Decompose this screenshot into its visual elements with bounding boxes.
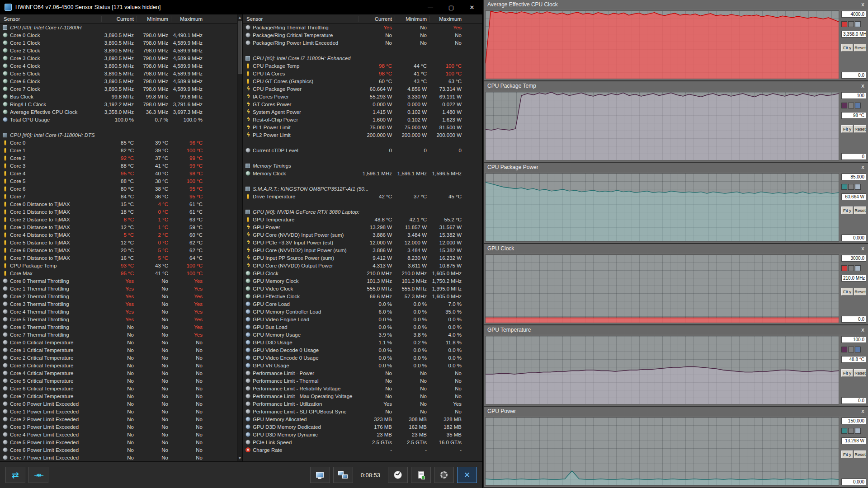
- swap-columns-button[interactable]: ⇄: [5, 467, 25, 483]
- sensor-row[interactable]: Core 588 °C38 °C100 °C: [0, 177, 237, 185]
- sensor-row[interactable]: GPU Core Load0.0 %0.0 %7.0 %: [243, 300, 482, 308]
- color-swatch[interactable]: [855, 103, 861, 108]
- sensor-row[interactable]: Package/Ring Thermal ThrottlingYesNoYes: [243, 23, 482, 31]
- header-current[interactable]: Current: [359, 16, 395, 22]
- sensor-row[interactable]: Core 5 Critical TemperatureNoNoNo: [0, 377, 237, 385]
- section-row[interactable]: GPU [#0]: NVIDIA GeForce RTX 3080 Laptop…: [243, 208, 482, 216]
- sensor-row[interactable]: GPU Memory Clock101.3 MHz101.3 MHz1,750.…: [243, 277, 482, 285]
- sensor-row[interactable]: GPU Clock210.0 MHz210.0 MHz1,605.0 MHz: [243, 269, 482, 277]
- fit-y-button[interactable]: Fit y: [841, 450, 853, 458]
- graph-titlebar[interactable]: CPU Package Tempx: [484, 81, 868, 90]
- remote-monitoring-button[interactable]: [333, 467, 353, 483]
- header-current[interactable]: Current: [101, 16, 137, 22]
- sensor-row[interactable]: Core 085 °C39 °C96 °C: [0, 139, 237, 146]
- graph-close-icon[interactable]: x: [861, 83, 864, 89]
- sensor-row[interactable]: Core 7 Clock3,890.5 MHz798.0 MHz4,589.9 …: [0, 85, 237, 93]
- sensor-row[interactable]: ϟGPU Power13.298 W11.857 W31.567 W: [243, 223, 482, 231]
- color-swatch[interactable]: [841, 184, 847, 190]
- color-swatch[interactable]: [848, 21, 854, 27]
- header-minimum[interactable]: Minimum: [137, 16, 171, 22]
- sensor-row[interactable]: Core 7 Power Limit ExceededNoNoNo: [0, 454, 237, 461]
- reset-button[interactable]: Reset: [854, 288, 866, 296]
- reset-button[interactable]: Reset: [854, 206, 866, 214]
- color-swatch[interactable]: [841, 265, 847, 271]
- graph-close-icon[interactable]: x: [861, 408, 864, 414]
- logging-start-button[interactable]: [388, 467, 408, 483]
- report-button[interactable]: [411, 467, 431, 483]
- header-maximum[interactable]: Maximum: [171, 16, 205, 22]
- reset-button[interactable]: Reset: [854, 369, 866, 377]
- sensor-row[interactable]: CPU Package Temp93 °C43 °C100 °C: [0, 262, 237, 269]
- sensor-row[interactable]: Core 292 °C37 °C99 °C: [0, 154, 237, 162]
- header-sensor[interactable]: Sensor: [0, 16, 101, 22]
- sensor-row[interactable]: Core 3 Power Limit ExceededNoNoNo: [0, 423, 237, 431]
- color-swatch[interactable]: [848, 103, 854, 108]
- sensor-row[interactable]: Drive Temperature42 °C37 °C45 °C: [243, 192, 482, 200]
- sensor-row[interactable]: GPU Video Encode 0 Usage0.0 %0.0 %0.0 %: [243, 354, 482, 361]
- color-swatch[interactable]: [848, 428, 854, 434]
- sensor-row[interactable]: Core 4 Power Limit ExceededNoNoNo: [0, 431, 237, 438]
- sensor-row[interactable]: Core 4 Clock3,890.5 MHz798.0 MHz4,589.9 …: [0, 62, 237, 70]
- color-swatch[interactable]: [841, 21, 847, 27]
- reset-button[interactable]: Reset: [854, 450, 866, 458]
- sensor-row[interactable]: Core 388 °C41 °C99 °C: [0, 162, 237, 169]
- header-minimum[interactable]: Minimum: [395, 16, 429, 22]
- sensor-row[interactable]: ϟGPU Input PP Source Power (sum)9.412 W8…: [243, 254, 482, 262]
- sensor-row[interactable]: Core 7 Critical TemperatureNoNoNo: [0, 392, 237, 400]
- sensor-row[interactable]: ϟGPU Core (NVVDD) Input Power (sum)3.886…: [243, 231, 482, 239]
- section-row[interactable]: Memory Timings: [243, 162, 482, 169]
- color-swatch[interactable]: [848, 347, 854, 352]
- sensor-row[interactable]: Core 680 °C38 °C95 °C: [0, 185, 237, 192]
- sensor-row[interactable]: Core 4 Thermal ThrottlingYesNoYes: [0, 308, 237, 315]
- sensor-row[interactable]: ϟIA Cores Power55.293 W3.330 W69.191 W: [243, 93, 482, 100]
- sensor-row[interactable]: Current cTDP Level000: [243, 146, 482, 154]
- sensor-row[interactable]: Core Max95 °C41 °C100 °C: [0, 269, 237, 277]
- fit-y-button[interactable]: Fit y: [841, 206, 853, 214]
- section-row[interactable]: CPU [#0]: Intel Core i7-11800H: Enhanced: [243, 54, 482, 62]
- graph-close-icon[interactable]: x: [861, 164, 864, 170]
- sensor-row[interactable]: Core 0 Distance to TjMAX15 °C4 °C61 °C: [0, 200, 237, 208]
- header-maximum[interactable]: Maximum: [429, 16, 464, 22]
- sensor-row[interactable]: Core 0 Power Limit ExceededNoNoNo: [0, 400, 237, 408]
- sensor-row[interactable]: Performance Limit - Reliability VoltageN…: [243, 385, 482, 392]
- sensor-row[interactable]: Core 7 Distance to TjMAX16 °C5 °C64 °C: [0, 254, 237, 262]
- fit-y-button[interactable]: Fit y: [841, 288, 853, 296]
- sensor-row[interactable]: Core 2 Clock3,890.5 MHz798.0 MHz4,589.9 …: [0, 47, 237, 54]
- sensor-row[interactable]: GPU Video Engine Load0.0 %0.0 %0.0 %: [243, 315, 482, 323]
- minimize-button[interactable]: —: [420, 0, 441, 14]
- sensor-row[interactable]: GPU Memory Allocated323 MB308 MB328 MB: [243, 415, 482, 423]
- sensor-row[interactable]: Core 5 Clock3,890.5 MHz798.0 MHz4,589.9 …: [0, 70, 237, 77]
- fit-y-button[interactable]: Fit y: [841, 369, 853, 377]
- scrollbar-thumb[interactable]: [238, 21, 242, 74]
- sensor-row[interactable]: Memory Clock1,596.1 MHz1,596.1 MHz1,596.…: [243, 169, 482, 177]
- color-swatch[interactable]: [855, 347, 861, 352]
- sensor-row[interactable]: ϟGPU Core (NVVDD2) Input Power (sum)3.88…: [243, 246, 482, 254]
- sensor-row[interactable]: Core 784 °C36 °C95 °C: [0, 192, 237, 200]
- reset-button[interactable]: Reset: [854, 44, 866, 52]
- graph-titlebar[interactable]: GPU Clockx: [484, 244, 868, 253]
- sensor-row[interactable]: ϟSystem Agent Power1.415 W0.102 W1.480 W: [243, 108, 482, 116]
- sensor-row[interactable]: Performance Limit - Max Operating Voltag…: [243, 392, 482, 400]
- sensor-row[interactable]: Core 5 Thermal ThrottlingYesNoYes: [0, 315, 237, 323]
- sensor-display-button[interactable]: [310, 467, 330, 483]
- color-swatch[interactable]: [855, 265, 861, 271]
- sensor-row[interactable]: Package/Ring Critical TemperatureNoNoNo: [243, 31, 482, 39]
- sensor-row[interactable]: ϟGT Cores Power0.000 W0.000 W0.022 W: [243, 100, 482, 108]
- color-swatch[interactable]: [848, 184, 854, 190]
- fit-y-button[interactable]: Fit y: [841, 125, 853, 133]
- maximize-button[interactable]: ▢: [441, 0, 462, 14]
- sensor-row[interactable]: GPU Temperature48.8 °C42.1 °C55.2 °C: [243, 216, 482, 223]
- sensor-row[interactable]: GPU D3D Memory Dynamic23 MB23 MB35 MB: [243, 431, 482, 438]
- graph-titlebar[interactable]: GPU Temperaturex: [484, 325, 868, 334]
- graph-titlebar[interactable]: GPU Powerx: [484, 407, 868, 416]
- sensor-row[interactable]: Core 1 Distance to TjMAX18 °C0 °C61 °C: [0, 208, 237, 216]
- sensor-row[interactable]: Core 3 Critical TemperatureNoNoNo: [0, 361, 237, 369]
- sensor-row[interactable]: Performance Limit - SLI GPUBoost SyncNoN…: [243, 408, 482, 415]
- sensor-row[interactable]: GPU Memory Usage3.9 %3.8 %4.0 %: [243, 331, 482, 338]
- sensor-row[interactable]: Core 4 Distance to TjMAX5 °C2 °C60 °C: [0, 231, 237, 239]
- sensor-row[interactable]: Core 0 Clock3,890.5 MHz798.0 MHz4,490.1 …: [0, 31, 237, 39]
- sensor-row[interactable]: ϟPL1 Power Limit75.000 W75.000 W81.500 W: [243, 123, 482, 131]
- sensor-row[interactable]: Core 1 Power Limit ExceededNoNoNo: [0, 408, 237, 415]
- sensor-row[interactable]: Total CPU Usage100.0 %0.7 %100.0 %: [0, 116, 237, 123]
- sensor-row[interactable]: Core 5 Power Limit ExceededNoNoNo: [0, 438, 237, 446]
